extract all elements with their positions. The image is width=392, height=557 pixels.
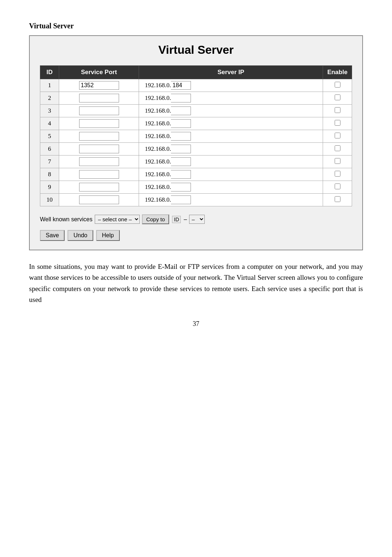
table-row: 10192.168.0. [40,194,352,206]
row-id-1: 1 [40,79,59,92]
help-button[interactable]: Help [96,230,120,241]
ip-octet-input-2[interactable] [171,94,191,102]
copy-to-button[interactable]: Copy to [142,214,170,224]
enable-checkbox-7[interactable] [335,158,340,164]
ip-prefix-9: 192.168.0. [145,183,171,191]
ip-prefix-8: 192.168.0. [145,171,171,178]
table-row: 2192.168.0. [40,92,352,105]
row-ip-1: 192.168.0. [139,79,323,92]
id-select[interactable]: – 12345 678910 [189,215,205,224]
row-id-5: 5 [40,130,59,143]
port-input-5[interactable] [79,132,119,141]
row-ip-10: 192.168.0. [139,194,323,206]
col-server-ip: Server IP [139,66,323,79]
row-enable-8 [323,168,352,181]
row-ip-3: 192.168.0. [139,105,323,117]
row-enable-7 [323,156,352,168]
page-number: 37 [29,320,363,328]
enable-checkbox-10[interactable] [335,196,340,202]
virtual-server-panel: Virtual Server ID Service Port Server IP… [29,35,363,250]
action-buttons: Save Undo Help [40,230,352,241]
port-input-4[interactable] [79,119,119,128]
enable-checkbox-9[interactable] [335,183,340,189]
row-enable-3 [323,105,352,117]
ip-octet-input-9[interactable] [171,183,191,191]
ip-prefix-2: 192.168.0. [145,94,171,102]
col-id: ID [40,66,59,79]
ip-octet-input-1[interactable] [171,81,191,90]
ip-prefix-5: 192.168.0. [145,133,171,140]
virtual-server-table: ID Service Port Server IP Enable 1192.16… [40,65,352,206]
row-ip-2: 192.168.0. [139,92,323,105]
row-ip-8: 192.168.0. [139,168,323,181]
row-id-9: 9 [40,181,59,194]
row-id-8: 8 [40,168,59,181]
ip-prefix-4: 192.168.0. [145,120,171,127]
enable-checkbox-8[interactable] [335,171,340,177]
row-enable-10 [323,194,352,206]
table-row: 9192.168.0. [40,181,352,194]
row-ip-7: 192.168.0. [139,156,323,168]
table-row: 8192.168.0. [40,168,352,181]
port-input-8[interactable] [79,170,119,179]
col-service-port: Service Port [59,66,139,79]
save-button[interactable]: Save [40,230,65,241]
port-input-10[interactable] [79,195,119,204]
ip-prefix-7: 192.168.0. [145,158,171,165]
table-row: 5192.168.0. [40,130,352,143]
panel-heading: Virtual Server [40,43,352,57]
ip-octet-input-5[interactable] [171,132,191,141]
ip-octet-input-4[interactable] [171,119,191,128]
ip-octet-input-10[interactable] [171,195,191,204]
row-port-3 [59,105,139,117]
description-text: In some situations, you may want to prov… [29,261,363,306]
ip-octet-input-8[interactable] [171,170,191,179]
row-id-7: 7 [40,156,59,168]
port-input-1[interactable] [79,81,119,90]
ip-octet-input-7[interactable] [171,157,191,166]
row-ip-9: 192.168.0. [139,181,323,194]
row-enable-1 [323,79,352,92]
bottom-controls: Well known services – select one –FTPHTT… [40,214,352,224]
port-input-9[interactable] [79,183,119,191]
port-input-6[interactable] [79,145,119,153]
ip-prefix-6: 192.168.0. [145,145,171,153]
row-id-4: 4 [40,117,59,130]
row-enable-9 [323,181,352,194]
enable-checkbox-3[interactable] [335,107,340,113]
table-row: 7192.168.0. [40,156,352,168]
port-input-3[interactable] [79,106,119,115]
table-row: 1192.168.0. [40,79,352,92]
enable-checkbox-4[interactable] [335,120,340,126]
row-port-10 [59,194,139,206]
id-icon-label: ID [172,216,181,223]
row-ip-5: 192.168.0. [139,130,323,143]
col-enable: Enable [323,66,352,79]
ip-octet-input-6[interactable] [171,145,191,153]
ip-octet-input-3[interactable] [171,106,191,115]
enable-checkbox-1[interactable] [335,82,340,88]
enable-checkbox-5[interactable] [335,133,340,138]
service-select[interactable]: – select one –FTPHTTPHTTPSSMTPPOP3IMAPDN… [95,215,140,224]
table-row: 6192.168.0. [40,143,352,156]
minus-label: – [184,216,187,223]
row-id-2: 2 [40,92,59,105]
ip-prefix-3: 192.168.0. [145,107,171,114]
row-ip-6: 192.168.0. [139,143,323,156]
undo-button[interactable]: Undo [68,230,93,241]
enable-checkbox-2[interactable] [335,94,340,100]
row-enable-6 [323,143,352,156]
page-title-small: Virtual Server [29,22,363,30]
row-port-5 [59,130,139,143]
row-port-7 [59,156,139,168]
row-enable-2 [323,92,352,105]
port-input-2[interactable] [79,94,119,102]
row-id-6: 6 [40,143,59,156]
table-row: 3192.168.0. [40,105,352,117]
row-id-10: 10 [40,194,59,206]
row-port-8 [59,168,139,181]
enable-checkbox-6[interactable] [335,145,340,151]
row-port-1 [59,79,139,92]
ip-prefix-1: 192.168.0. [145,82,171,89]
port-input-7[interactable] [79,157,119,166]
